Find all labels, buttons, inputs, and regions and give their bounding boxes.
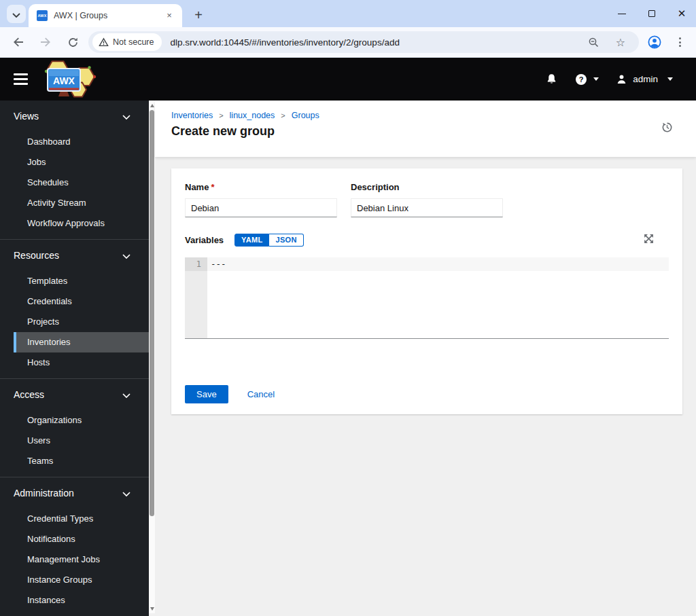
tab-title: AWX | Groups — [54, 11, 163, 20]
sidebar-item-users[interactable]: Users — [0, 431, 149, 451]
cancel-button[interactable]: Cancel — [247, 389, 275, 399]
warning-icon — [99, 37, 109, 47]
sidebar-item-projects[interactable]: Projects — [0, 312, 149, 332]
chevron-down-icon — [122, 249, 130, 261]
name-field[interactable] — [185, 198, 337, 217]
awx-header: AWX ? admin — [0, 58, 696, 101]
sidebar-scrollbar[interactable] — [149, 101, 155, 613]
scrollbar-thumb[interactable] — [150, 110, 154, 516]
address-bar[interactable]: Not secure dlp.srv.world:10445/#/invento… — [88, 31, 639, 53]
description-field[interactable] — [351, 198, 503, 217]
sidebar-item-templates[interactable]: Templates — [0, 271, 149, 291]
sidebar-item-jobs[interactable]: Jobs — [0, 152, 149, 173]
sidebar-item-credentials[interactable]: Credentials — [0, 291, 149, 312]
name-label: Name* — [185, 182, 337, 192]
chevron-down-icon — [122, 110, 130, 122]
window-controls: ✕ — [617, 0, 686, 27]
save-button[interactable]: Save — [185, 385, 228, 403]
yaml-toggle-button[interactable]: YAML — [234, 234, 269, 247]
maximize-button[interactable] — [647, 9, 657, 18]
security-label: Not secure — [113, 37, 154, 47]
browser-tab[interactable]: AWX AWX | Groups × — [29, 4, 182, 27]
expand-icon[interactable] — [644, 234, 654, 247]
hamburger-menu-icon[interactable] — [14, 73, 28, 85]
back-button[interactable] — [10, 33, 27, 51]
breadcrumb-inventories[interactable]: Inventories — [171, 111, 213, 120]
nav-group-views[interactable]: Views — [0, 106, 149, 126]
nav-group-label: Views — [14, 111, 39, 122]
reload-button[interactable] — [64, 33, 82, 51]
sidebar-item-teams[interactable]: Teams — [0, 451, 149, 471]
breadcrumb-groups[interactable]: Groups — [292, 111, 319, 120]
sidebar-item-dashboard[interactable]: Dashboard — [0, 132, 149, 152]
sidebar-item-organizations[interactable]: Organizations — [0, 410, 149, 431]
minimize-button[interactable] — [617, 9, 627, 18]
sidebar-item-workflow-approvals[interactable]: Workflow Approvals — [0, 213, 149, 234]
close-button[interactable]: ✕ — [677, 9, 686, 18]
forward-button[interactable] — [37, 33, 54, 51]
sidebar-item-credential-types[interactable]: Credential Types — [0, 509, 149, 529]
nav-section-access: Access Organizations Users Teams — [0, 378, 149, 477]
profile-icon[interactable] — [646, 33, 663, 51]
sidebar-item-instances[interactable]: Instances — [0, 590, 149, 611]
notifications-button[interactable] — [546, 73, 557, 85]
nav-group-resources[interactable]: Resources — [0, 245, 149, 266]
page-header: Inventories > linux_nodes > Groups Creat… — [155, 101, 696, 157]
svg-text:?: ? — [579, 75, 584, 84]
variables-format-toggle: YAML JSON — [234, 234, 304, 247]
editor-code-area[interactable]: --- — [207, 257, 669, 338]
caret-down-icon — [593, 77, 599, 81]
minimize-icon — [618, 14, 626, 14]
sidebar-item-instance-groups[interactable]: Instance Groups — [0, 570, 149, 590]
bookmark-star-icon[interactable]: ☆ — [612, 33, 629, 51]
browser-toolbar: Not secure dlp.srv.world:10445/#/invento… — [0, 27, 696, 58]
awx-logo[interactable]: AWX — [37, 58, 97, 101]
create-group-form: Name* Description Variables YAML JSON — [171, 168, 682, 414]
breadcrumb-separator: > — [281, 111, 285, 120]
tab-search-button[interactable] — [7, 5, 26, 23]
browser-menu-icon[interactable] — [672, 37, 688, 47]
chevron-down-icon — [122, 388, 130, 401]
nav-group-administration[interactable]: Administration — [0, 483, 149, 503]
scroll-up-icon[interactable] — [149, 102, 155, 109]
breadcrumb-linux-nodes[interactable]: linux_nodes — [230, 111, 275, 120]
breadcrumb-separator: > — [219, 111, 223, 120]
chevron-down-icon — [12, 8, 20, 20]
sidebar-item-schedules[interactable]: Schedules — [0, 173, 149, 193]
caret-down-icon — [667, 77, 673, 81]
nav-group-access[interactable]: Access — [0, 384, 149, 405]
page-title: Create new group — [171, 124, 696, 139]
zoom-icon[interactable] — [585, 33, 602, 51]
browser-window: AWX AWX | Groups × + ✕ — [0, 0, 696, 616]
activity-history-icon[interactable] — [661, 122, 673, 136]
nav-section-administration: Administration Credential Types Notifica… — [0, 477, 149, 616]
sidebar-item-hosts[interactable]: Hosts — [0, 352, 149, 373]
json-toggle-button[interactable]: JSON — [269, 234, 303, 247]
sidebar-item-notifications[interactable]: Notifications — [0, 529, 149, 549]
close-icon: ✕ — [678, 9, 686, 18]
nav-group-label: Access — [14, 389, 44, 400]
sidebar-item-management-jobs[interactable]: Management Jobs — [0, 549, 149, 570]
required-marker: * — [211, 182, 214, 192]
sidebar-item-activity-stream[interactable]: Activity Stream — [0, 193, 149, 213]
scroll-down-icon[interactable] — [149, 605, 155, 612]
nav-section-resources: Resources Templates Credentials Projects… — [0, 239, 149, 378]
help-icon: ? — [575, 73, 587, 86]
new-tab-button[interactable]: + — [189, 5, 208, 24]
security-chip[interactable]: Not secure — [92, 33, 162, 51]
help-menu-button[interactable]: ? — [575, 73, 599, 86]
variables-label: Variables — [185, 235, 224, 245]
variables-editor[interactable]: 1 --- — [185, 257, 669, 339]
user-menu-button[interactable]: admin — [616, 74, 673, 84]
maximize-icon — [648, 10, 655, 17]
awx-logo-text: AWX — [53, 75, 75, 86]
tab-close-icon[interactable]: × — [163, 10, 175, 22]
awx-favicon: AWX — [37, 10, 48, 21]
breadcrumb: Inventories > linux_nodes > Groups — [171, 111, 696, 120]
bell-icon — [546, 73, 557, 85]
sidebar-item-inventories[interactable]: Inventories — [14, 332, 149, 352]
main-content: Inventories > linux_nodes > Groups Creat… — [155, 101, 696, 616]
editor-gutter: 1 — [185, 257, 207, 338]
nav-group-label: Resources — [14, 250, 59, 261]
url-text[interactable]: dlp.srv.world:10445/#/inventories/invent… — [170, 37, 585, 48]
